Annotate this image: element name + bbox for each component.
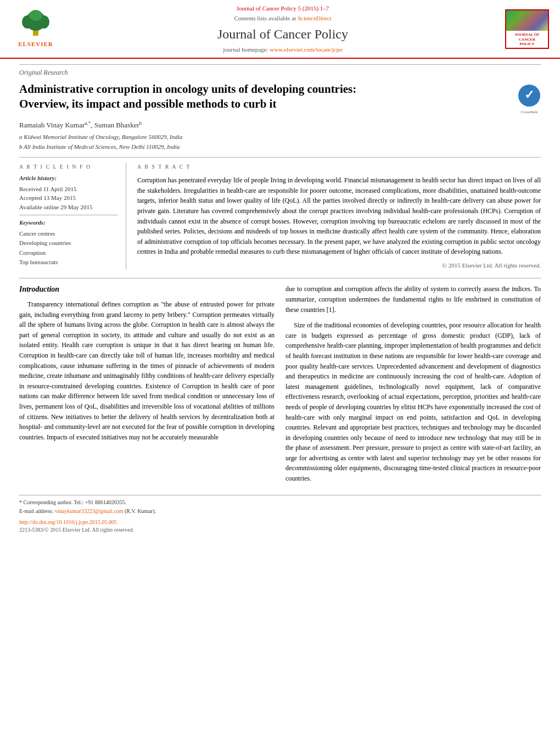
history-label: Article history: xyxy=(19,174,118,182)
title-line2: Overview, its impact and possible method… xyxy=(19,97,356,111)
abstract-text: Corruption has penetrated everyday life … xyxy=(137,175,541,257)
article-info-panel: A R T I C L E I N F O Article history: R… xyxy=(19,163,126,270)
journal-center-info: Journal of Cancer Policy 5 (2015) 1–7 Co… xyxy=(60,4,505,54)
left-column: Introduction Transparency international … xyxy=(19,284,275,483)
intro-para3: Size of the traditional economies of dev… xyxy=(285,320,541,484)
volume-info: Journal of Cancer Policy 5 (2015) 1–7 xyxy=(60,4,505,13)
info-divider xyxy=(19,215,118,215)
rights-line: 2213-5383/© 2015 Elsevier Ltd. All right… xyxy=(19,526,541,534)
footnote-area: * Corresponding author. Tel.: +91 886140… xyxy=(19,495,541,534)
author2-text: , Suman Bhasker xyxy=(91,121,139,129)
svg-point-4 xyxy=(29,10,42,21)
contents-line: Contents lists available at ScienceDirec… xyxy=(60,14,505,23)
logo-color-band xyxy=(506,10,548,31)
elsevier-logo: ELSEVIER xyxy=(11,10,60,49)
author1-sup: a,* xyxy=(85,120,91,126)
right-column: due to corruption and corruption affects… xyxy=(285,284,541,483)
contents-label: Contents lists available at xyxy=(234,15,296,21)
article-body: Original Research Administrative corrupt… xyxy=(0,59,560,539)
elsevier-text: ELSEVIER xyxy=(11,40,60,48)
sciencedirect-link[interactable]: ScienceDirect xyxy=(298,15,332,21)
journal-homepage: journal homepage: www.elsevier.com/locat… xyxy=(60,46,505,54)
footnote-corresponding: * Corresponding author. Tel.: +91 886140… xyxy=(19,499,541,506)
para2-text: due to corruption and corruption affects… xyxy=(285,285,541,313)
journal-logo-right: JOURNAL OFCANCERPOLICY xyxy=(505,9,549,49)
author2-sup: b xyxy=(139,120,142,126)
abstract-panel: A B S T R A C T Corruption has penetrate… xyxy=(137,163,541,270)
authors-line: Ramaiah Vinay Kumara,*, Suman Bhaskerb xyxy=(19,120,541,131)
email-label: E-mail address: xyxy=(19,508,53,514)
accepted-date: Accepted 13 May 2015 xyxy=(19,193,118,203)
svg-text:✓: ✓ xyxy=(524,88,534,102)
crossmark-icon: ✓ CrossMark xyxy=(518,84,541,115)
logo-text: JOURNAL OFCANCERPOLICY xyxy=(514,31,541,48)
title-line1: Administrative corruption in oncology un… xyxy=(19,82,356,97)
affiliation-a: a Kidwai Memorial Institute of Oncology,… xyxy=(19,132,541,142)
doi-line[interactable]: http://dx.doi.org/10.1016/j.jcpo.2015.05… xyxy=(19,518,541,526)
email-link[interactable]: vinaykumar33223@gmail.com xyxy=(55,508,123,514)
kw3: Corruption xyxy=(19,248,118,258)
received-date: Received 11 April 2015 xyxy=(19,185,118,194)
kw2: Developing countries xyxy=(19,238,118,248)
homepage-label: journal homepage: xyxy=(223,46,268,53)
affiliation-b: b All India Institute of Medical Science… xyxy=(19,142,541,152)
keywords-label: Keywords: xyxy=(19,219,118,227)
journal-header: ELSEVIER Journal of Cancer Policy 5 (201… xyxy=(0,0,560,59)
article-info-title: A R T I C L E I N F O xyxy=(19,163,118,171)
email-suffix: (R.V. Kumar). xyxy=(125,508,156,514)
footnote-email-line: E-mail address: vinaykumar33223@gmail.co… xyxy=(19,507,541,515)
introduction-heading: Introduction xyxy=(19,284,275,295)
affiliations: a Kidwai Memorial Institute of Oncology,… xyxy=(19,132,541,152)
author1-name: Ramaiah Vinay Kumar xyxy=(19,121,85,129)
abstract-title: A B S T R A C T xyxy=(137,163,541,171)
journal-title-header: Journal of Cancer Policy xyxy=(60,25,505,44)
kw1: Cancer centres xyxy=(19,229,118,239)
homepage-url[interactable]: www.elsevier.com/locate/jcpo xyxy=(270,46,342,53)
article-title: Administrative corruption in oncology un… xyxy=(19,82,356,112)
section-label: Original Research xyxy=(19,64,541,77)
available-date: Available online 29 May 2015 xyxy=(19,203,118,212)
two-column-layout: Introduction Transparency international … xyxy=(19,284,541,483)
intro-para1: Transparency international defines corru… xyxy=(19,299,275,442)
main-content: Introduction Transparency international … xyxy=(19,278,541,483)
elsevier-tree-icon xyxy=(16,10,55,37)
kw4: Top bureaucrats xyxy=(19,258,118,267)
article-title-block: Administrative corruption in oncology un… xyxy=(19,82,541,115)
intro-para2: due to corruption and corruption affects… xyxy=(285,284,541,315)
abstract-copyright: © 2015 Elsevier Ltd. All rights reserved… xyxy=(137,261,541,270)
info-abstract-row: A R T I C L E I N F O Article history: R… xyxy=(19,157,541,270)
